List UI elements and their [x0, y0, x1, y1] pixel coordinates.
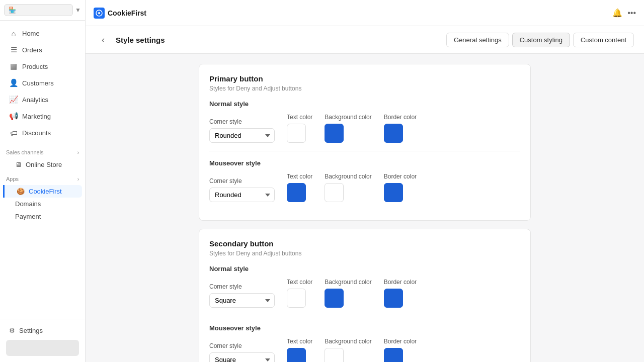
apps-section: Apps › — [0, 172, 85, 184]
cookiefirst-icon: 🍪 — [17, 188, 25, 195]
secondary-normal-bg-color-swatch[interactable] — [325, 289, 344, 308]
page-header-tabs: General settings Custom styling Custom c… — [446, 33, 634, 47]
primary-mouseover-style-group: Mouseover style Corner style Rounded Squ… — [209, 159, 520, 202]
sidebar-item-analytics[interactable]: 📈 Analytics — [3, 92, 82, 108]
sidebar-item-customers[interactable]: 👤 Customers — [3, 75, 82, 91]
primary-mouseover-border-color-swatch[interactable] — [384, 183, 403, 202]
sidebar-toggle[interactable]: ▼ — [75, 7, 81, 14]
sales-channels-arrow: › — [77, 150, 79, 155]
secondary-normal-corner-select[interactable]: Rounded Square Pill — [209, 293, 275, 308]
primary-normal-text-color-label: Text color — [287, 114, 312, 121]
sidebar-item-domains[interactable]: Domains — [3, 198, 82, 210]
secondary-mouseover-corner-field: Corner style Rounded Square Pill — [209, 342, 275, 362]
secondary-normal-style-group: Normal style Corner style Rounded Square… — [209, 265, 520, 308]
secondary-normal-text-color-field: Text color — [287, 279, 312, 308]
primary-normal-bg-color-label: Background color — [325, 114, 371, 121]
primary-mouseover-style-title: Mouseover style — [209, 159, 520, 167]
content[interactable]: Primary button Styles for Deny and Adjus… — [86, 54, 644, 362]
secondary-button-subtitle: Styles for Deny and Adjust buttons — [209, 250, 520, 257]
secondary-mouseover-style-group: Mouseover style Corner style Rounded Squ… — [209, 324, 520, 362]
content-inner: Primary button Styles for Deny and Adjus… — [189, 54, 541, 362]
secondary-normal-bg-color-field: Background color — [325, 279, 371, 308]
primary-normal-corner-label: Corner style — [209, 118, 275, 125]
sidebar-item-label-products: Products — [22, 63, 48, 70]
primary-normal-bg-color-field: Background color — [325, 114, 371, 143]
primary-mouseover-text-color-field: Text color — [287, 173, 312, 202]
tab-custom-styling[interactable]: Custom styling — [512, 33, 570, 47]
primary-button-section: Primary button Styles for Deny and Adjus… — [199, 64, 531, 221]
primary-button-subtitle: Styles for Deny and Adjust buttons — [209, 85, 520, 92]
apps-sub-items: 🍪 CookieFirst Domains Payment — [0, 184, 85, 224]
discounts-icon: 🏷 — [9, 128, 18, 137]
primary-normal-border-color-swatch[interactable] — [384, 124, 403, 143]
more-icon[interactable]: ••• — [627, 9, 636, 18]
primary-normal-style-group: Normal style Corner style Rounded Square… — [209, 100, 520, 143]
secondary-mouseover-corner-select[interactable]: Rounded Square Pill — [209, 352, 275, 362]
secondary-divider — [209, 316, 520, 316]
primary-normal-bg-color-swatch[interactable] — [325, 124, 344, 143]
secondary-mouseover-corner-label: Corner style — [209, 342, 275, 349]
secondary-normal-text-color-label: Text color — [287, 279, 312, 286]
secondary-mouseover-text-color-swatch[interactable] — [287, 348, 306, 362]
secondary-normal-border-color-label: Border color — [384, 279, 417, 286]
sidebar-item-products[interactable]: ▦ Products — [3, 58, 82, 74]
secondary-normal-corner-field: Corner style Rounded Square Pill — [209, 283, 275, 308]
page-header-left: ‹ Style settings — [96, 32, 165, 47]
products-icon: ▦ — [9, 62, 18, 71]
primary-mouseover-text-color-swatch[interactable] — [287, 183, 306, 202]
sidebar-item-label-discounts: Discounts — [22, 129, 51, 137]
sidebar-nav: ⌂ Home ☰ Orders ▦ Products 👤 Customers 📈… — [0, 21, 85, 145]
sidebar-item-label-marketing: Marketing — [22, 113, 51, 120]
secondary-mouseover-border-color-label: Border color — [384, 338, 417, 345]
sidebar-item-discounts[interactable]: 🏷 Discounts — [3, 125, 82, 141]
primary-normal-corner-select[interactable]: Rounded Square Pill — [209, 128, 275, 143]
sidebar-item-home[interactable]: ⌂ Home — [3, 25, 82, 41]
secondary-normal-bg-color-label: Background color — [325, 279, 371, 286]
sidebar-item-cookiefirst[interactable]: 🍪 CookieFirst — [3, 185, 82, 198]
primary-mouseover-bg-color-label: Background color — [325, 173, 371, 180]
secondary-mouseover-text-color-label: Text color — [287, 338, 312, 345]
secondary-normal-text-color-swatch[interactable] — [287, 289, 306, 308]
secondary-mouseover-text-color-field: Text color — [287, 338, 312, 362]
primary-mouseover-corner-field: Corner style Rounded Square Pill — [209, 177, 275, 202]
sidebar-item-marketing[interactable]: 📢 Marketing — [3, 108, 82, 124]
main: CookieFirst 🔔 ••• ‹ Style settings Gener… — [86, 0, 644, 362]
primary-mouseover-corner-select[interactable]: Rounded Square Pill — [209, 188, 275, 202]
sidebar-item-label-orders: Orders — [22, 46, 42, 54]
primary-normal-text-color-field: Text color — [287, 114, 312, 143]
topbar: CookieFirst 🔔 ••• — [86, 0, 644, 26]
sidebar-item-label-analytics: Analytics — [22, 96, 48, 104]
sales-channels-section: Sales channels › — [0, 145, 85, 157]
secondary-mouseover-style-title: Mouseover style — [209, 324, 520, 332]
back-button[interactable]: ‹ — [96, 32, 111, 47]
primary-mouseover-border-color-field: Border color — [384, 173, 417, 202]
secondary-mouseover-border-color-swatch[interactable] — [384, 348, 403, 362]
primary-mouseover-bg-color-swatch[interactable] — [325, 183, 344, 202]
sidebar-item-payment[interactable]: Payment — [3, 210, 82, 223]
app-name: CookieFirst — [108, 9, 146, 17]
secondary-normal-style-title: Normal style — [209, 265, 520, 273]
tab-general-settings[interactable]: General settings — [446, 33, 509, 47]
secondary-mouseover-bg-color-field: Background color — [325, 338, 371, 362]
secondary-mouseover-bg-color-swatch[interactable] — [325, 348, 344, 362]
page-title: Style settings — [116, 36, 165, 44]
primary-normal-corner-field: Corner style Rounded Square Pill — [209, 118, 275, 143]
secondary-mouseover-bg-color-label: Background color — [325, 338, 371, 345]
store-selector[interactable]: 🏪 — [4, 4, 73, 16]
primary-button-title: Primary button — [209, 74, 520, 83]
primary-normal-border-color-field: Border color — [384, 114, 417, 143]
sidebar-item-online-store[interactable]: 🖥 Online Store — [3, 158, 82, 171]
primary-normal-style-title: Normal style — [209, 100, 520, 108]
tab-custom-content[interactable]: Custom content — [573, 33, 634, 47]
primary-normal-text-color-swatch[interactable] — [287, 124, 306, 143]
secondary-normal-border-color-swatch[interactable] — [384, 289, 403, 308]
analytics-icon: 📈 — [9, 95, 18, 104]
primary-mouseover-border-color-label: Border color — [384, 173, 417, 180]
page-header: ‹ Style settings General settings Custom… — [86, 26, 644, 54]
home-icon: ⌂ — [9, 29, 18, 38]
sidebar-item-settings[interactable]: ⚙ Settings — [3, 323, 82, 338]
secondary-button-section: Secondary button Styles for Deny and Adj… — [199, 229, 531, 362]
secondary-button-title: Secondary button — [209, 239, 520, 248]
bell-icon[interactable]: 🔔 — [612, 8, 622, 18]
sidebar-item-orders[interactable]: ☰ Orders — [3, 42, 82, 58]
